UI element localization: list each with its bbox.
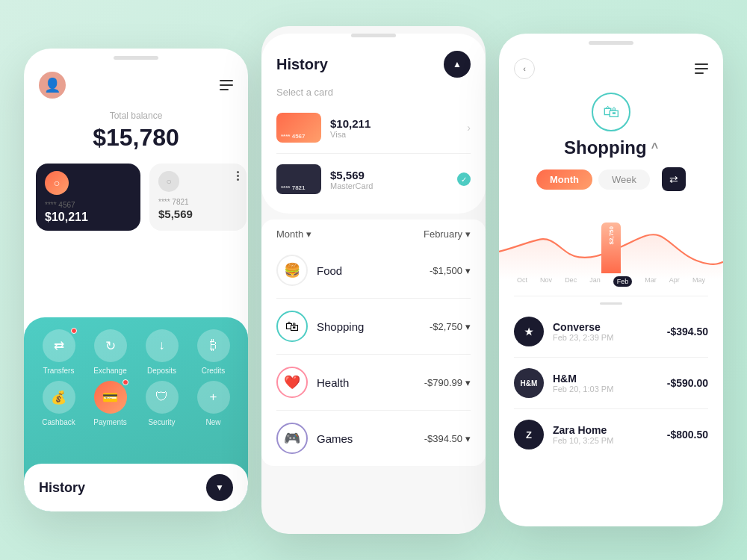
tabs-row: Month Week ⇄: [499, 167, 723, 200]
chart-divider: [514, 296, 708, 296]
category-food[interactable]: 🍔 Food -$1,500 ▾: [261, 246, 486, 295]
card-divider: [276, 153, 471, 154]
shopping-chevron-icon: ▾: [465, 321, 471, 332]
month-jan: Jan: [589, 276, 601, 287]
menu-payments[interactable]: 💳 Payments: [87, 381, 133, 426]
phone-dashboard: 👤 Total balance $15,780 ○ **** 4567 $10,…: [24, 49, 248, 511]
history-up-button[interactable]: ▲: [444, 51, 471, 78]
zara-date: Feb 10, 3:25 PM: [553, 436, 613, 445]
games-icon: 🎮: [276, 423, 308, 454]
txn-converse-info: Converse Feb 23, 2:39 PM: [553, 321, 613, 342]
zara-name: Zara Home: [553, 424, 613, 436]
card-icon-2: ○: [158, 171, 179, 192]
games-amount: -$394.50 ▾: [424, 433, 471, 444]
card-light[interactable]: ○ **** 7821 $5,569: [149, 164, 247, 231]
balance-label: Total balance: [24, 111, 248, 121]
chart-area: $2,750 Oct Nov Dec Jan Feb Mar Apr May: [499, 200, 723, 290]
health-chevron-icon: ▾: [465, 377, 471, 388]
txn-hm-info: H&M Feb 20, 1:03 PM: [553, 373, 613, 393]
month-filter-label: Month: [276, 228, 303, 240]
shopping-ring-icon: 🛍: [592, 93, 630, 131]
cat-health-left: ❤️ Health: [276, 367, 349, 398]
exchange-icon: ↻: [94, 329, 127, 362]
card-row-left-1: **** 4567 $10,211 Visa: [276, 113, 371, 143]
payments-icon: 💳: [94, 381, 127, 414]
menu-security[interactable]: 🛡 Security: [139, 381, 185, 426]
menu-deposits[interactable]: ↓ Deposits: [139, 329, 185, 375]
balance-section: Total balance $15,780: [24, 105, 248, 164]
txn-zara-left: Z Zara Home Feb 10, 3:25 PM: [514, 420, 613, 449]
month-feb[interactable]: Feb: [613, 276, 633, 287]
shopping-name: Shopping: [317, 320, 364, 333]
txn-zara[interactable]: Z Zara Home Feb 10, 3:25 PM -$800.50: [499, 412, 723, 457]
card1-num: **** 4567: [45, 201, 131, 209]
phone-history: History ▲ Select a card **** 4567 $10,21…: [261, 26, 486, 534]
cat-food-left: 🍔 Food: [276, 255, 342, 286]
card-dark[interactable]: ○ **** 4567 $10,211: [36, 164, 140, 231]
games-name: Games: [317, 432, 353, 445]
period-filter[interactable]: February ▾: [424, 228, 471, 240]
teal-menu: ⇄ Transfers ↻ Exchange ↓ Deposits ₿ Cred…: [24, 317, 248, 511]
cards-row: ○ **** 4567 $10,211 ○ **** 7821 $5,569: [24, 164, 248, 243]
month-filter[interactable]: Month ▾: [276, 228, 311, 240]
card-info-mc: $5,569 MasterCard: [330, 169, 373, 190]
cat-shopping-left: 🛍 Shopping: [276, 311, 364, 342]
card-row-visa[interactable]: **** 4567 $10,211 Visa ›: [261, 105, 486, 150]
menu-icon[interactable]: [220, 80, 233, 90]
health-icon: ❤️: [276, 367, 308, 398]
hamburger-icon-3[interactable]: [695, 63, 708, 74]
shopping-section-header: 🛍 Shopping ^: [499, 87, 723, 167]
menu-exchange[interactable]: ↻ Exchange: [87, 329, 133, 375]
menu-cashback[interactable]: 💰 Cashback: [36, 381, 81, 426]
month-chevron-icon: ▾: [306, 228, 311, 240]
tab-week[interactable]: Week: [598, 169, 650, 190]
card-dots: [237, 171, 239, 181]
history-down-button[interactable]: ▼: [206, 474, 233, 501]
swap-button[interactable]: ⇄: [662, 167, 686, 191]
txn-converse[interactable]: ★ Converse Feb 23, 2:39 PM -$394.50: [499, 309, 723, 354]
card-row-left-2: **** 7821 $5,569 MasterCard: [276, 164, 373, 194]
txn-hm[interactable]: H&M H&M Feb 20, 1:03 PM -$590.00: [499, 361, 723, 405]
health-amount: -$790.99 ▾: [424, 377, 471, 388]
avatar[interactable]: 👤: [39, 72, 66, 99]
converse-date: Feb 23, 2:39 PM: [553, 333, 613, 342]
menu-transfers[interactable]: ⇄ Transfers: [36, 329, 81, 375]
security-icon: 🛡: [146, 381, 179, 414]
shopping-header-row: ‹: [499, 45, 723, 87]
txn-divider-2: [514, 408, 708, 409]
period-filter-label: February: [424, 228, 462, 240]
transfers-icon: ⇄: [43, 329, 75, 362]
menu-new[interactable]: + New: [190, 381, 236, 426]
txn-divider-1: [514, 357, 708, 358]
hm-date: Feb 20, 1:03 PM: [553, 385, 613, 393]
tab-month[interactable]: Month: [536, 169, 592, 190]
period-chevron-icon: ▾: [465, 228, 471, 240]
mastercard-check-icon: ✓: [457, 172, 471, 186]
chart-bar-feb: $2,750: [601, 223, 621, 273]
menu-credits[interactable]: ₿ Credits: [190, 329, 236, 375]
category-games[interactable]: 🎮 Games -$394.50 ▾: [261, 414, 486, 463]
exchange-label: Exchange: [93, 367, 126, 375]
card-row-mastercard[interactable]: **** 7821 $5,569 MasterCard ✓: [261, 157, 486, 202]
back-button[interactable]: ‹: [514, 58, 535, 79]
new-icon: +: [197, 381, 230, 414]
balance-amount: $15,780: [24, 124, 248, 152]
card-mc-type: MasterCard: [330, 181, 373, 190]
history-bar[interactable]: History ▼: [24, 464, 248, 511]
cashback-icon: 💰: [43, 381, 75, 414]
transfers-label: Transfers: [43, 367, 75, 375]
converse-amount: -$394.50: [667, 326, 708, 337]
card-mc-amount: $5,569: [330, 169, 373, 181]
credits-label: Credits: [202, 367, 226, 375]
menu-grid-row1: ⇄ Transfers ↻ Exchange ↓ Deposits ₿ Cred…: [36, 329, 236, 375]
payments-label: Payments: [93, 418, 126, 426]
month-apr: Apr: [669, 276, 680, 287]
category-shopping[interactable]: 🛍 Shopping -$2,750 ▾: [261, 302, 486, 351]
food-icon: 🍔: [276, 255, 308, 286]
shopping-title: Shopping ^: [499, 137, 723, 158]
category-health[interactable]: ❤️ Health -$790.99 ▾: [261, 358, 486, 407]
security-label: Security: [148, 418, 175, 426]
food-amount: -$1,500 ▾: [430, 265, 471, 276]
history-title: History: [39, 480, 85, 496]
card-info-visa: $10,211 Visa: [330, 117, 371, 139]
